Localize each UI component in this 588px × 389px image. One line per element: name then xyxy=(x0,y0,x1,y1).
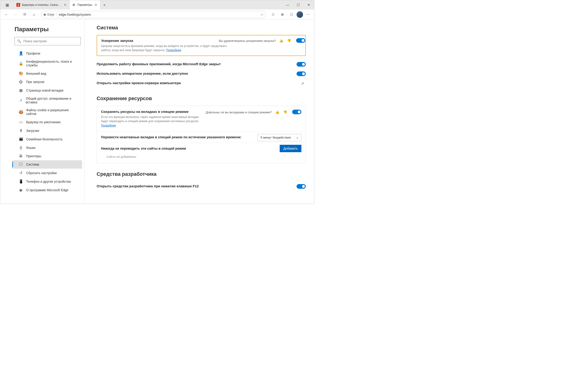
tab-title: Параметры xyxy=(77,3,92,6)
tab-2-active[interactable]: ⚙ Параметры ✕ xyxy=(70,0,100,9)
sidebar-item-default[interactable]: ▭Браузер по умолчанию xyxy=(12,118,82,126)
learn-more-link[interactable]: Подробнее xyxy=(166,49,181,52)
collections-button[interactable]: ⊕ xyxy=(278,10,286,19)
page-title: Параметры xyxy=(2,24,84,37)
toolbar: ← → ⟳ ⌂ ◉ Edge edge://settings/system ✩ … xyxy=(0,9,314,20)
thumbs-up-icon[interactable]: 👍 xyxy=(279,38,284,43)
favorites-button[interactable]: ✩ xyxy=(269,10,277,19)
sidebar-item-family[interactable]: 👪Семейная безопасность xyxy=(12,135,82,143)
close-icon[interactable]: ✕ xyxy=(94,3,98,7)
section-heading-resources: Сохранение ресурсов xyxy=(97,96,306,101)
back-button[interactable]: ← xyxy=(2,10,10,19)
palette-icon: 🎨 xyxy=(19,71,23,76)
search-field[interactable] xyxy=(23,39,78,43)
setting-title: Использовать аппаратное ускорение, если … xyxy=(97,71,306,75)
forward-button: → xyxy=(11,10,20,19)
lock-icon: 🔒 xyxy=(19,61,23,66)
cookie-icon: 🍪 xyxy=(19,110,23,114)
feedback-question: Довольны ли вы вкладками в спящем режиме… xyxy=(206,111,272,114)
learn-more-link[interactable]: Подробнее xyxy=(101,124,116,127)
continue-bg-toggle[interactable] xyxy=(296,62,306,66)
edge-icon: ◉ xyxy=(43,13,46,16)
hardware-accel-setting: Использовать аппаратное ускорение, если … xyxy=(97,69,306,78)
grid-icon: ▦ xyxy=(19,88,23,93)
tab-1[interactable]: 1 Браузеры и плагины. Скачать б ✕ xyxy=(14,0,70,9)
sidebar-item-reset[interactable]: ↺Сбросить настройки xyxy=(12,169,82,177)
new-tab-button[interactable]: ＋ xyxy=(100,0,109,9)
menu-button[interactable]: ⋯ xyxy=(304,10,312,19)
sidebar-item-phone[interactable]: 📱Телефон и другие устройства xyxy=(12,177,82,186)
feedback-question: Вы удовлетворены ускорением запуска? xyxy=(219,39,276,43)
tab-strip: 1 Браузеры и плагины. Скачать б ✕ ⚙ Пара… xyxy=(14,0,282,9)
gear-icon: ⚙ xyxy=(72,3,76,7)
addressbar[interactable]: ◉ Edge edge://settings/system ✩ xyxy=(41,11,266,18)
system-icon: 🖵 xyxy=(19,162,23,166)
section-heading-devtools: Средства разработчика xyxy=(97,171,306,177)
sidebar-item-about[interactable]: ◉О программе Microsoft Edge xyxy=(12,186,82,194)
sidebar-item-printers[interactable]: 🖶Принтеры xyxy=(12,152,82,160)
close-icon[interactable]: ✕ xyxy=(63,3,67,7)
phone-icon: 📱 xyxy=(19,179,23,184)
download-icon: ⬇ xyxy=(19,128,23,133)
startup-boost-toggle[interactable] xyxy=(296,38,305,43)
empty-state: Сайты не добавлены xyxy=(101,154,301,159)
setting-title: Открыть средства разработчика при нажати… xyxy=(97,184,306,188)
proxy-settings-row[interactable]: Открыть настройки прокси-сервера компьют… xyxy=(97,78,306,88)
sleep-timeout-select[interactable]: 5 минут бездействия xyxy=(258,134,301,141)
setting-desc: Браузер запустится в фоновом режиме, ког… xyxy=(101,44,235,52)
thumbs-down-icon[interactable]: 👎 xyxy=(286,38,292,43)
sidebar-item-system[interactable]: 🖵Система xyxy=(12,160,82,169)
home-button[interactable]: ⌂ xyxy=(30,10,38,19)
resources-card: Сохранять ресурсы на вкладках в спящем р… xyxy=(97,106,306,163)
external-link-icon: ↗ xyxy=(300,81,305,86)
browser-label: ◉ Edge xyxy=(43,13,57,16)
devtools-f12-toggle[interactable] xyxy=(296,184,306,189)
hw-accel-toggle[interactable] xyxy=(296,71,306,76)
thumbs-down-icon[interactable]: 👎 xyxy=(282,110,288,115)
continue-background-setting: Продолжить работу фоновых приложений, ко… xyxy=(97,59,306,69)
add-button[interactable]: Добавить xyxy=(280,145,301,152)
setting-title: Никогда не переводить эти сайты в спящий… xyxy=(101,147,237,150)
setting-title: Продолжить работу фоновых приложений, ко… xyxy=(97,62,306,66)
reset-icon: ↺ xyxy=(19,171,23,175)
startup-boost-setting: Ускорение запуска Браузер запустится в ф… xyxy=(97,35,306,56)
sidebar-item-newtab[interactable]: ▦Страница новой вкладки xyxy=(12,86,82,95)
sidebar: Параметры 🔍 👤Профили 🔒Конфиденциальность… xyxy=(0,20,85,204)
sidebar-item-share[interactable]: ↗Общий доступ, копирование и вставка xyxy=(12,95,82,106)
sidebar-item-cookies[interactable]: 🍪Файлы cookie и разрешения сайтов xyxy=(12,106,82,118)
sidebar-item-startup[interactable]: ⏻При запуске xyxy=(12,78,82,86)
tab-title: Браузеры и плагины. Скачать б xyxy=(22,3,61,6)
sleeping-tabs-setting: Сохранять ресурсы на вкладках в спящем р… xyxy=(97,106,306,131)
profile-icon: 👤 xyxy=(19,51,23,56)
tab-favicon-icon: 1 xyxy=(16,3,20,7)
tab-actions-icon[interactable]: ▦ xyxy=(3,1,11,9)
devtools-f12-setting: Открыть средства разработчика при нажати… xyxy=(97,181,306,191)
edge-icon: ◉ xyxy=(19,188,23,192)
extensions-button[interactable]: ⬡ xyxy=(287,10,296,19)
section-heading-system: Система xyxy=(97,25,306,31)
main-content: Система Ускорение запуска Браузер запуст… xyxy=(85,20,314,204)
browser-icon: ▭ xyxy=(19,120,23,124)
minimize-button[interactable]: — xyxy=(282,0,293,9)
sidebar-item-appearance[interactable]: 🎨Внешний вид xyxy=(12,69,82,78)
thumbs-up-icon[interactable]: 👍 xyxy=(275,110,280,115)
refresh-button[interactable]: ⟳ xyxy=(21,10,29,19)
close-window-button[interactable]: ✕ xyxy=(303,0,314,9)
titlebar: ▦ 1 Браузеры и плагины. Скачать б ✕ ⚙ Па… xyxy=(0,0,314,9)
sleeping-tabs-toggle[interactable] xyxy=(292,110,301,114)
sleep-timeout-setting: Перевести неактивные вкладки в спящий ре… xyxy=(97,131,306,143)
sidebar-item-languages[interactable]: A̲Языки xyxy=(12,143,82,152)
url-text: edge://settings/system xyxy=(59,13,259,16)
maximize-button[interactable]: ☐ xyxy=(293,0,303,9)
power-icon: ⏻ xyxy=(19,80,23,84)
search-input[interactable]: 🔍 xyxy=(15,37,81,45)
language-icon: A̲ xyxy=(19,145,23,150)
avatar[interactable] xyxy=(296,11,303,18)
share-icon: ↗ xyxy=(19,98,22,103)
sidebar-item-downloads[interactable]: ⬇Загрузки xyxy=(12,126,82,135)
sidebar-item-privacy[interactable]: 🔒Конфиденциальность, поиск и службы xyxy=(12,58,82,69)
sidebar-item-profiles[interactable]: 👤Профили xyxy=(12,49,82,58)
never-sleep-setting: Никогда не переводить эти сайты в спящий… xyxy=(97,143,306,163)
setting-desc: Если эта функция включена, через заданно… xyxy=(101,115,200,128)
favorite-star-icon[interactable]: ✩ xyxy=(261,13,264,16)
